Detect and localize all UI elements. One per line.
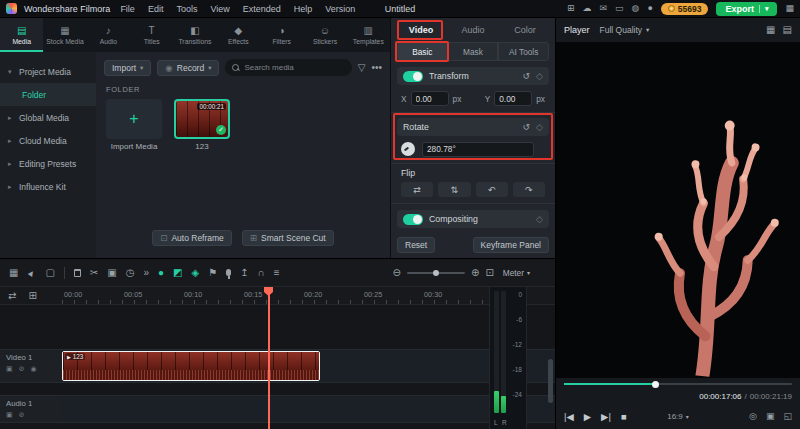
account-icon[interactable]: ● <box>647 4 652 13</box>
rotate-ccw-button[interactable]: ↶ <box>476 182 508 197</box>
snap-icon[interactable]: ≡ <box>274 268 280 278</box>
feedback-icon[interactable]: ✉ <box>599 4 607 13</box>
clip-thumbnail[interactable]: 00:00:21 ✓ <box>174 99 230 139</box>
smart-scene-cut-button[interactable]: ⊞ Smart Scene Cut <box>242 230 334 246</box>
cloud-icon[interactable]: ☁ <box>582 4 591 13</box>
play-button[interactable]: ▶ <box>584 411 591 422</box>
reset-transform-icon[interactable]: ↺ <box>523 72 531 81</box>
tab-filters[interactable]: ◑ Filters <box>260 18 303 52</box>
zoom-out-icon[interactable]: ⊖ <box>393 268 401 278</box>
tab-media[interactable]: ▤ Media <box>0 18 43 52</box>
search-input[interactable] <box>244 63 354 72</box>
delete-icon[interactable] <box>74 269 81 277</box>
compositing-keyframe-icon[interactable]: ◇ <box>536 215 543 224</box>
screen-recorder-icon[interactable]: ▭ <box>615 4 624 13</box>
fullscreen-icon[interactable]: ◱ <box>783 411 792 421</box>
voiceover-icon[interactable] <box>226 269 231 276</box>
menu-help[interactable]: Help <box>291 4 316 14</box>
import-button[interactable]: Import ▾ <box>104 60 151 76</box>
timeline-scrollbar[interactable] <box>548 359 553 403</box>
import-media-tile[interactable]: + Import Media <box>106 99 162 151</box>
x-position-input[interactable] <box>411 91 449 106</box>
timeline-clip[interactable]: ▶ 123 <box>62 351 320 381</box>
tab-titles[interactable]: T Titles <box>130 18 173 52</box>
keyframe-panel-button[interactable]: Keyframe Panel <box>473 237 549 253</box>
sidebar-item-cloud-media[interactable]: ▸ Cloud Media <box>0 129 96 152</box>
aspect-ratio-dropdown[interactable]: 16:9 ▾ <box>667 412 689 421</box>
sidebar-item-global-media[interactable]: ▸ Global Media <box>0 106 96 129</box>
menu-tools[interactable]: Tools <box>173 4 200 14</box>
record-button[interactable]: ◉ Record ▾ <box>157 60 219 76</box>
track-mute-icon[interactable]: ⊘ <box>19 365 25 373</box>
add-track-icon[interactable]: ⊞ <box>28 291 36 301</box>
flip-horizontal-button[interactable]: ⇄ <box>401 182 433 197</box>
plugins-icon[interactable]: ⊞ <box>567 4 575 13</box>
single-view-icon[interactable]: ▤ <box>783 25 792 35</box>
tab-audio-props[interactable]: Audio <box>447 25 499 35</box>
subtab-ai-tools[interactable]: AI Tools <box>498 42 549 61</box>
y-position-input[interactable] <box>494 91 532 106</box>
more-options-icon[interactable]: ••• <box>371 63 382 73</box>
chroma-key-icon[interactable]: ● <box>158 268 164 278</box>
menu-view[interactable]: View <box>207 4 232 14</box>
mask-icon[interactable]: ◩ <box>173 268 182 278</box>
snapshot-icon[interactable]: ◎ <box>749 411 757 421</box>
export-button[interactable]: Export ▾ <box>716 2 777 16</box>
ruler-ticks[interactable]: 00:00 00:05 00:10 00:15 00:20 00:25 00:3… <box>62 287 488 304</box>
box-select-icon[interactable]: ▢ <box>45 268 54 278</box>
reset-rotate-icon[interactable]: ↺ <box>523 123 531 132</box>
split-icon[interactable]: ✂ <box>90 268 98 278</box>
magnet-icon[interactable]: ∩ <box>258 268 265 278</box>
playhead[interactable] <box>268 287 270 429</box>
tab-audio[interactable]: ♪ Audio <box>87 18 130 52</box>
crop-icon[interactable]: ▣ <box>107 268 116 278</box>
transform-keyframe-icon[interactable]: ◇ <box>536 72 543 81</box>
subtab-mask[interactable]: Mask <box>448 42 499 61</box>
seek-handle[interactable] <box>652 381 659 388</box>
timeline-ruler[interactable]: ⇄ ⊞ 00:00 00:05 00:10 00:15 00:20 00:25 … <box>0 287 555 305</box>
fit-timeline-icon[interactable]: ⊡ <box>485 268 493 278</box>
render-preview-icon[interactable]: ↥ <box>240 268 248 278</box>
stop-button[interactable]: ■ <box>621 411 627 422</box>
previous-frame-button[interactable]: |◀ <box>564 411 574 422</box>
rotate-keyframe-icon[interactable]: ◇ <box>536 123 543 132</box>
media-clip-tile[interactable]: 00:00:21 ✓ 123 <box>174 99 230 151</box>
tab-color[interactable]: Color <box>499 25 551 35</box>
sidebar-item-editing-presets[interactable]: ▸ Editing Presets <box>0 152 96 175</box>
rotate-cw-button[interactable]: ↷ <box>513 182 545 197</box>
tab-effects[interactable]: ◆ Effects <box>217 18 260 52</box>
seek-bar[interactable] <box>564 383 792 385</box>
sidebar-item-folder[interactable]: Folder <box>0 83 96 106</box>
track-visibility-icon[interactable]: ◉ <box>31 365 37 373</box>
pip-view-icon[interactable]: ▣ <box>766 411 775 421</box>
search-box[interactable] <box>225 59 351 76</box>
tab-templates[interactable]: ▥ Templates <box>347 18 390 52</box>
zoom-slider-handle[interactable] <box>433 270 439 276</box>
speed-icon[interactable]: ◷ <box>126 268 135 278</box>
auto-reframe-button[interactable]: ⊡ Auto Reframe <box>152 230 232 246</box>
sidebar-item-project-media[interactable]: ▾ Project Media <box>0 60 96 83</box>
menu-file[interactable]: File <box>117 4 138 14</box>
track-lock-icon[interactable]: ▣ <box>6 411 13 419</box>
meter-dropdown[interactable]: Meter ▾ <box>503 268 530 278</box>
grid-view-icon[interactable]: ▦ <box>766 25 775 35</box>
tab-stickers[interactable]: ☺ Stickers <box>303 18 346 52</box>
zoom-in-icon[interactable]: ⊕ <box>471 268 479 278</box>
track-lock-icon[interactable]: ▣ <box>6 365 13 373</box>
reset-button[interactable]: Reset <box>397 237 435 253</box>
rotate-dial[interactable] <box>401 142 415 156</box>
menu-edit[interactable]: Edit <box>145 4 167 14</box>
menu-version[interactable]: Version <box>322 4 358 14</box>
tab-stock-media[interactable]: ▦ Stock Media <box>43 18 86 52</box>
sidebar-item-influence-kit[interactable]: ▸ Influence Kit <box>0 175 96 198</box>
zoom-slider[interactable] <box>407 272 465 274</box>
menu-extended[interactable]: Extended <box>240 4 284 14</box>
next-frame-button[interactable]: ▶| <box>601 411 611 422</box>
track-mute-icon[interactable]: ⊘ <box>19 411 25 419</box>
rotate-angle-input[interactable] <box>422 142 534 157</box>
select-tool-icon[interactable]: ▲ <box>27 268 36 278</box>
more-tools-icon[interactable]: » <box>143 268 149 278</box>
credits-badge[interactable]: 55693 <box>661 3 709 15</box>
workspace-layout-icon[interactable]: ▦ <box>785 4 794 13</box>
keyframe-icon[interactable]: ◈ <box>191 268 199 278</box>
